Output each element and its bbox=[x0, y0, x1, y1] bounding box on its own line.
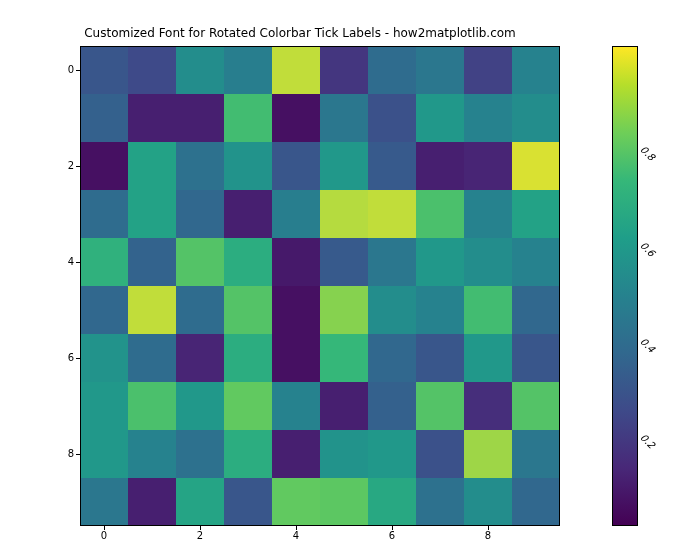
y-tick-mark bbox=[76, 262, 80, 263]
heatmap-cell bbox=[512, 286, 560, 334]
heatmap-cell bbox=[368, 430, 416, 478]
x-tick-label: 2 bbox=[185, 530, 215, 541]
heatmap-cell bbox=[224, 190, 272, 238]
heatmap-cell bbox=[512, 142, 560, 190]
heatmap-cell bbox=[80, 238, 128, 286]
heatmap-cell bbox=[128, 238, 176, 286]
heatmap-cell bbox=[320, 46, 368, 94]
heatmap-cell bbox=[416, 94, 464, 142]
colorbar-gradient bbox=[612, 46, 638, 526]
heatmap-cell bbox=[128, 478, 176, 526]
heatmap-cell bbox=[272, 334, 320, 382]
heatmap-cell bbox=[224, 142, 272, 190]
heatmap-cell bbox=[368, 334, 416, 382]
heatmap-cell bbox=[368, 190, 416, 238]
heatmap-cell bbox=[512, 478, 560, 526]
x-tick-mark bbox=[296, 526, 297, 530]
heatmap-cell bbox=[176, 286, 224, 334]
heatmap-cell bbox=[464, 190, 512, 238]
heatmap-cell bbox=[512, 382, 560, 430]
heatmap-cell bbox=[416, 46, 464, 94]
heatmap-cell bbox=[272, 94, 320, 142]
heatmap-cell bbox=[80, 382, 128, 430]
heatmap-cell bbox=[464, 94, 512, 142]
heatmap-cell bbox=[464, 286, 512, 334]
x-tick-label: 4 bbox=[281, 530, 311, 541]
heatmap-cell bbox=[128, 46, 176, 94]
heatmap-cell bbox=[368, 382, 416, 430]
heatmap-cell bbox=[128, 382, 176, 430]
heatmap-cell bbox=[416, 478, 464, 526]
y-tick-mark bbox=[76, 454, 80, 455]
heatmap-cell bbox=[128, 430, 176, 478]
heatmap-cell bbox=[80, 46, 128, 94]
heatmap-cell bbox=[80, 94, 128, 142]
heatmap-cell bbox=[224, 334, 272, 382]
y-tick-mark bbox=[76, 166, 80, 167]
x-tick-label: 6 bbox=[377, 530, 407, 541]
heatmap-cell bbox=[416, 142, 464, 190]
heatmap-cell bbox=[128, 94, 176, 142]
heatmap-cell bbox=[272, 286, 320, 334]
heatmap-cell bbox=[224, 46, 272, 94]
heatmap-cell bbox=[320, 286, 368, 334]
colorbar bbox=[612, 46, 638, 526]
heatmap-cell bbox=[80, 478, 128, 526]
heatmap-cell bbox=[272, 142, 320, 190]
heatmap-cell bbox=[464, 142, 512, 190]
y-tick-label: 0 bbox=[54, 64, 74, 75]
heatmap-cell bbox=[416, 286, 464, 334]
heatmap-cell bbox=[416, 190, 464, 238]
heatmap-cell bbox=[272, 238, 320, 286]
heatmap-cell bbox=[464, 478, 512, 526]
y-tick-label: 8 bbox=[54, 448, 74, 459]
heatmap-cell bbox=[320, 382, 368, 430]
heatmap-cell bbox=[176, 46, 224, 94]
heatmap-cell bbox=[512, 430, 560, 478]
heatmap-cell bbox=[464, 46, 512, 94]
heatmap-cell bbox=[416, 430, 464, 478]
heatmap-cell bbox=[272, 46, 320, 94]
y-tick-label: 4 bbox=[54, 256, 74, 267]
heatmap-cell bbox=[512, 334, 560, 382]
heatmap-cell bbox=[368, 46, 416, 94]
heatmap-cell bbox=[128, 334, 176, 382]
heatmap-cell bbox=[320, 142, 368, 190]
heatmap-cell bbox=[176, 94, 224, 142]
heatmap-cell bbox=[320, 430, 368, 478]
heatmap-cell bbox=[464, 430, 512, 478]
heatmap-cell bbox=[320, 94, 368, 142]
heatmap-cell bbox=[464, 334, 512, 382]
heatmap-cell bbox=[224, 382, 272, 430]
heatmap-cell bbox=[80, 334, 128, 382]
y-tick-mark bbox=[76, 70, 80, 71]
heatmap-cell bbox=[368, 238, 416, 286]
x-tick-mark bbox=[104, 526, 105, 530]
x-tick-label: 8 bbox=[473, 530, 503, 541]
heatmap-cell bbox=[320, 190, 368, 238]
heatmap-cell bbox=[176, 382, 224, 430]
y-tick-label: 6 bbox=[54, 352, 74, 363]
heatmap-cell bbox=[128, 142, 176, 190]
heatmap-cell bbox=[512, 190, 560, 238]
heatmap-cell bbox=[176, 190, 224, 238]
heatmap-cell bbox=[80, 190, 128, 238]
heatmap-cell bbox=[272, 430, 320, 478]
colorbar-tick-label: 0.4 bbox=[638, 336, 657, 355]
colorbar-tick-label: 0.8 bbox=[638, 144, 657, 163]
heatmap-cell bbox=[176, 430, 224, 478]
heatmap-cell bbox=[80, 142, 128, 190]
heatmap-cell bbox=[368, 142, 416, 190]
heatmap-cell bbox=[320, 478, 368, 526]
heatmap-cell bbox=[128, 286, 176, 334]
heatmap-cell bbox=[464, 238, 512, 286]
heatmap-cell bbox=[368, 94, 416, 142]
x-tick-label: 0 bbox=[89, 530, 119, 541]
heatmap-cell bbox=[224, 238, 272, 286]
heatmap-cell bbox=[80, 430, 128, 478]
heatmap-cell bbox=[272, 190, 320, 238]
heatmap-cell bbox=[416, 382, 464, 430]
y-tick-mark bbox=[76, 358, 80, 359]
heatmap-cell bbox=[224, 286, 272, 334]
y-tick-label: 2 bbox=[54, 160, 74, 171]
